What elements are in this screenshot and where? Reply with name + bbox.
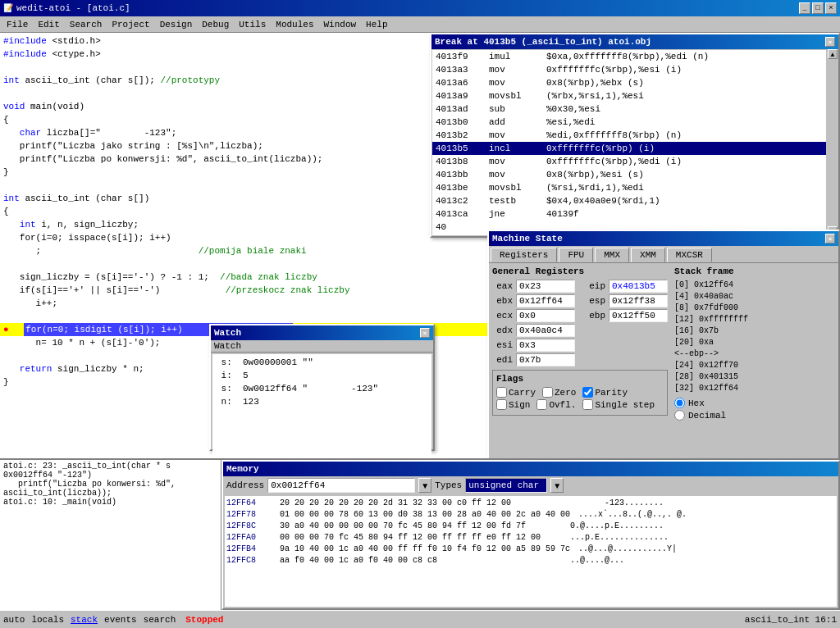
bp-scroll-up[interactable]: ▲ — [828, 49, 838, 59]
stack-item-20: [20] 0xa — [674, 337, 773, 348]
base-decimal-option[interactable]: Decimal — [674, 410, 773, 421]
bp-row-6[interactable]: 4013b0add%esi,%edi — [432, 116, 826, 129]
memory-panel: Memory Address ▼ Types ▼ 12FF64 20 20 20… — [221, 460, 840, 610]
flag-parity-label: Parity — [595, 388, 628, 398]
menu-debug[interactable]: Debug — [197, 18, 234, 31]
status-auto[interactable]: auto — [3, 615, 25, 625]
flag-sign: Sign — [496, 399, 530, 410]
menu-design[interactable]: Design — [155, 18, 198, 31]
menu-search[interactable]: Search — [65, 18, 107, 31]
tab-registers[interactable]: Registers — [491, 248, 557, 262]
reg-eax-label: eax — [492, 281, 513, 291]
breakpoint-panel: Break at 4013b5 (_ascii_to_int) atoi.obj… — [430, 33, 840, 238]
menu-project[interactable]: Project — [107, 18, 154, 31]
bp-row-7[interactable]: 4013b2mov%edi,0xfffffff8(%rbp) (n) — [432, 129, 826, 142]
reg-ecx-input[interactable] — [516, 309, 575, 322]
bp-row-13[interactable]: 4013cajne40139f — [432, 207, 826, 221]
status-stack[interactable]: stack — [71, 615, 98, 625]
watch-close-btn[interactable]: × — [420, 328, 430, 338]
flag-sign-check[interactable] — [496, 399, 507, 410]
output-line-3: atoi.c: 10: _main(void) — [3, 498, 217, 507]
flag-zero-label: Zero — [555, 388, 576, 398]
reg-edi-input[interactable] — [516, 353, 575, 366]
menu-help[interactable]: Help — [361, 18, 392, 31]
reg-eax-input[interactable] — [516, 280, 575, 293]
flag-ovfl: Ovfl. — [536, 399, 576, 410]
tab-mxcsr[interactable]: MXCSR — [667, 248, 712, 262]
flag-ovfl-check[interactable] — [536, 399, 547, 410]
bp-row-5[interactable]: 4013adsub%0x30,%esi — [432, 102, 826, 116]
types-label: Types — [435, 480, 462, 490]
bp-row-4[interactable]: 4013a9movsbl(%rbx,%rsi,1),%esi — [432, 89, 826, 102]
status-events[interactable]: events — [104, 615, 137, 625]
bp-row-11[interactable]: 4013bemovsbl(%rsi,%rdi,1),%edi — [432, 181, 826, 194]
flag-zero: Zero — [542, 387, 576, 398]
types-dropdown-btn[interactable]: ▼ — [550, 478, 564, 493]
tab-fpu[interactable]: FPU — [559, 248, 593, 262]
reg-eip-label: eip — [585, 281, 605, 291]
reg-ecx-label: ecx — [492, 311, 513, 321]
flag-carry-label: Carry — [509, 388, 536, 398]
mem-row-5: 12FFB4 9a 10 40 00 1c a0 40 00 ff ff f0 … — [226, 544, 835, 555]
tab-xmm[interactable]: XMM — [631, 248, 665, 262]
reg-ebx-input[interactable] — [516, 294, 575, 307]
menu-utils[interactable]: Utils — [234, 18, 271, 31]
reg-esp-label: esp — [585, 296, 605, 306]
flag-parity-check[interactable] — [582, 387, 593, 398]
bp-row-8-selected[interactable]: 4013b5incl0xfffffffc(%rbp) (i) — [432, 142, 826, 155]
flag-carry-check[interactable] — [496, 387, 507, 398]
menu-modules[interactable]: Modules — [271, 18, 318, 31]
base-decimal-radio[interactable] — [674, 410, 685, 421]
watch-panel-title: Watch × — [211, 325, 433, 340]
bp-row-9[interactable]: 4013b8mov0xfffffffc(%rbp),%edi (i) — [432, 155, 826, 168]
menu-bar: File Edit Search Project Design Debug Ut… — [0, 16, 840, 33]
breakpoint-panel-title: Break at 4013b5 (_ascii_to_int) atoi.obj… — [431, 34, 838, 49]
flag-ovfl-label: Ovfl. — [549, 400, 576, 410]
stack-item-28: [28] 0x401315 — [674, 371, 773, 383]
base-hex-radio[interactable] — [674, 398, 685, 408]
reg-esi-input[interactable] — [516, 339, 575, 352]
close-button[interactable]: × — [825, 2, 837, 14]
base-hex-option[interactable]: Hex — [674, 398, 773, 408]
reg-ebx-row: ebx esp — [492, 294, 668, 307]
watch-label: Watch — [211, 340, 433, 353]
status-search[interactable]: search — [144, 615, 176, 625]
memory-type-input[interactable] — [465, 478, 547, 493]
reg-ebp-input[interactable] — [609, 309, 668, 322]
bp-row-12[interactable]: 4013c2testb$0x4,0x40a0e9(%rdi,1) — [432, 194, 826, 207]
bp-close-btn[interactable]: × — [825, 37, 835, 47]
base-hex-label: Hex — [688, 398, 705, 408]
reg-ebp-label: ebp — [585, 311, 605, 321]
mem-row-4: 12FFA0 00 00 00 70 fc 45 80 94 ff 12 00 … — [226, 532, 835, 544]
machine-close-btn[interactable]: × — [825, 234, 835, 243]
bp-row-1[interactable]: 4013f9imul$0xa,0xfffffff8(%rbp),%edi (n) — [432, 50, 826, 63]
stack-section: Stack frame [0] 0x12ff64 [4] 0x40a0ac [8… — [674, 266, 773, 422]
reg-eip-input[interactable] — [609, 280, 668, 293]
stack-frame-title: Stack frame — [674, 266, 773, 276]
reg-edx-input[interactable] — [516, 324, 575, 337]
flag-singlestep: Single step — [582, 399, 655, 410]
flag-singlestep-check[interactable] — [582, 399, 593, 410]
memory-address-input[interactable] — [267, 478, 415, 493]
stack-item-4: [4] 0x40a0ac — [674, 291, 773, 303]
bp-row-10[interactable]: 4013bbmov0x8(%rbp),%esi (s) — [432, 168, 826, 181]
bp-row-2[interactable]: 4013a3mov0xfffffffc(%rbp),%esi (i) — [432, 63, 826, 76]
base-decimal-label: Decimal — [688, 411, 726, 421]
reg-esp-input[interactable] — [609, 294, 668, 307]
tab-mmx[interactable]: MMX — [595, 248, 629, 262]
memory-content: 12FF64 20 20 20 20 20 20 20 2d 31 32 33 … — [225, 496, 837, 607]
menu-edit[interactable]: Edit — [33, 18, 64, 31]
stack-item-16: [16] 0x7b — [674, 325, 773, 337]
maximize-button[interactable]: □ — [812, 2, 824, 14]
bp-row-3[interactable]: 4013a6mov0x8(%rbp),%ebx (s) — [432, 76, 826, 89]
flag-zero-check[interactable] — [542, 387, 553, 398]
machine-state-title: Machine State × — [489, 231, 838, 246]
memory-dropdown-btn[interactable]: ▼ — [418, 478, 431, 493]
menu-file[interactable]: File — [2, 18, 33, 31]
window-title: wedit-atoi - [atoi.c] — [16, 3, 130, 13]
flag-sign-label: Sign — [509, 400, 530, 410]
minimize-button[interactable]: _ — [799, 2, 810, 14]
menu-window[interactable]: Window — [319, 18, 362, 31]
watch-item-3: s: 0w0012ff64 " -123" — [216, 382, 428, 395]
status-locals[interactable]: locals — [31, 615, 64, 625]
